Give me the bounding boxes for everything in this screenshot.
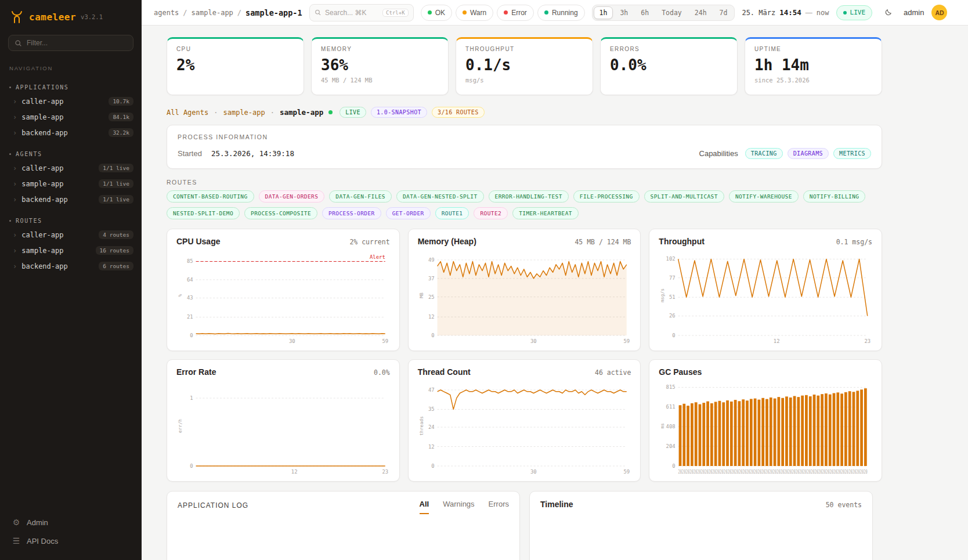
- avatar[interactable]: AD: [931, 5, 947, 20]
- route-badge-get-order[interactable]: GET-ORDER: [386, 207, 431, 219]
- svg-text:30: 30: [530, 469, 537, 475]
- time-range-3h[interactable]: 3h: [614, 6, 634, 19]
- sidebar-item-applications-sample-app[interactable]: ›sample-app84.1k: [0, 109, 142, 125]
- status-filter-warn[interactable]: Warn: [456, 5, 493, 21]
- log-tab-errors[interactable]: Errors: [489, 500, 509, 514]
- threads-chart: 012243547threads3059: [418, 379, 631, 476]
- sidebar-item-label: backend-app: [21, 262, 67, 270]
- kpi-label: MEMORY: [321, 46, 439, 52]
- datetime-range[interactable]: 25. März 14:54 — now: [742, 8, 829, 17]
- sidebar-item-routes-backend-app[interactable]: ›backend-app6 routes: [0, 258, 142, 274]
- svg-text:12: 12: [428, 314, 435, 320]
- route-badge-nested-split-demo[interactable]: NESTED-SPLIT-DEMO: [167, 207, 240, 219]
- agent-badge-1-0-snapshot: 1.0-SNAPSHOT: [371, 107, 427, 118]
- kpi-card-cpu: CPU2%: [167, 37, 304, 95]
- sidebar-item-badge: 32.2k: [109, 128, 133, 137]
- route-badge-notify-warehouse[interactable]: NOTIFY-WAREHOUSE: [729, 190, 799, 203]
- kpi-label: ERRORS: [610, 46, 728, 52]
- agent-crumb-all-agents[interactable]: All Agents: [167, 109, 208, 117]
- time-range-7d[interactable]: 7d: [714, 6, 734, 19]
- filter-input[interactable]: [27, 39, 127, 47]
- status-filter-group: OKWarnErrorRunning: [421, 5, 585, 21]
- status-filter-running[interactable]: Running: [537, 5, 585, 21]
- topbar-right-group: LIVE admin AD: [836, 5, 948, 21]
- sidebar-item-applications-caller-app[interactable]: ›caller-app10.7k: [0, 93, 142, 109]
- sidebar-footer-api-docs[interactable]: ☰API Docs: [9, 532, 132, 550]
- route-badge-notify-billing[interactable]: NOTIFY-BILLING: [803, 190, 866, 203]
- agent-crumb-sample-app[interactable]: sample-app: [223, 109, 265, 117]
- navigation-label: NAVIGATION: [0, 56, 142, 74]
- route-badge-error-handling-test[interactable]: ERROR-HANDLING-TEST: [489, 190, 569, 203]
- sidebar-section-header-agents[interactable]: AGENTS: [0, 146, 142, 160]
- chart-card-cpu: CPU Usage2% current021436485%3059Alert: [167, 229, 400, 351]
- status-filter-ok[interactable]: OK: [421, 5, 452, 21]
- chart-plot-error-rate: 01err/h1223: [176, 379, 390, 476]
- route-badge-data-gen-nested-split[interactable]: DATA-GEN-NESTED-SPLIT: [396, 190, 484, 203]
- route-badge-data-gen-orders[interactable]: DATA-GEN-ORDERS: [259, 190, 325, 203]
- log-tab-warnings[interactable]: Warnings: [443, 500, 474, 514]
- route-badge-split-and-multicast[interactable]: SPLIT-AND-MULTICAST: [644, 190, 724, 203]
- time-range-today[interactable]: Today: [656, 6, 688, 19]
- sidebar-item-applications-backend-app[interactable]: ›backend-app32.2k: [0, 125, 142, 140]
- dark-mode-toggle[interactable]: [880, 5, 896, 21]
- search-icon: [315, 9, 321, 16]
- user-menu[interactable]: admin: [904, 8, 924, 17]
- range-separator: —: [806, 9, 812, 17]
- status-filter-error[interactable]: Error: [497, 5, 534, 21]
- sidebar-item-routes-sample-app[interactable]: ›sample-app16 routes: [0, 243, 142, 258]
- breadcrumb-item-agents[interactable]: agents: [154, 9, 179, 17]
- chart-current-value: 46 active: [595, 368, 631, 377]
- svg-text:30: 30: [289, 338, 295, 344]
- kpi-card-uptime: UPTIME1h 14msince 25.3.2026: [745, 37, 882, 95]
- sidebar-item-label: sample-app: [21, 247, 63, 255]
- route-badge-content-based-routing[interactable]: CONTENT-BASED-ROUTING: [167, 190, 254, 203]
- route-badge-route2[interactable]: ROUTE2: [474, 207, 508, 219]
- live-indicator[interactable]: LIVE: [836, 5, 873, 20]
- svg-text:77: 77: [669, 275, 676, 281]
- live-dot-icon: [843, 11, 847, 15]
- started-label: Started: [178, 149, 202, 158]
- routes-title: ROUTES: [167, 179, 882, 186]
- sidebar-item-agents-sample-app[interactable]: ›sample-app1/1 live: [0, 176, 142, 192]
- route-badge-process-composite[interactable]: PROCESS-COMPOSITE: [244, 207, 317, 219]
- search-input[interactable]: [325, 9, 378, 17]
- process-info-title: PROCESS INFORMATION: [178, 133, 871, 140]
- chart-card-threads: Thread Count46 active012243547threads305…: [408, 359, 641, 482]
- app-logo[interactable]: cameleer v3.2.1: [0, 0, 142, 31]
- sidebar-item-agents-backend-app[interactable]: ›backend-app1/1 live: [0, 192, 142, 207]
- route-badge-timer-heartbeat[interactable]: TIMER-HEARTBEAT: [512, 207, 579, 219]
- svg-text:0: 0: [673, 333, 676, 338]
- time-range-1h[interactable]: 1h: [594, 6, 613, 19]
- breadcrumb-item-sample-app[interactable]: sample-app: [192, 9, 233, 17]
- chart-title: CPU Usage: [176, 237, 220, 246]
- sidebar-item-routes-caller-app[interactable]: ›caller-app4 routes: [0, 227, 142, 243]
- application-log-panel: APPLICATION LOG AllWarningsErrors: [167, 491, 520, 560]
- sidebar-section-header-routes[interactable]: ROUTES: [0, 213, 142, 227]
- chart-current-value: 0.0%: [374, 368, 390, 377]
- svg-text:202020202020202020202020202020: 2020202020202020202020202020202020202020…: [678, 469, 868, 475]
- kpi-value: 36%: [321, 56, 439, 74]
- time-range-6h[interactable]: 6h: [635, 6, 655, 19]
- svg-text:43: 43: [187, 295, 193, 301]
- route-badge-route1[interactable]: ROUTE1: [435, 207, 469, 219]
- time-range-24h[interactable]: 24h: [689, 6, 713, 19]
- sidebar-item-agents-caller-app[interactable]: ›caller-app1/1 live: [0, 160, 142, 176]
- route-badge-process-order[interactable]: PROCESS-ORDER: [322, 207, 381, 219]
- chevron-right-icon: ›: [13, 196, 17, 203]
- svg-text:37: 37: [428, 276, 435, 281]
- svg-text:ms: ms: [660, 423, 665, 429]
- breadcrumb: agents / sample-app / sample-app-1: [154, 8, 302, 17]
- sidebar-section-header-applications[interactable]: APPLICATIONS: [0, 80, 142, 93]
- sidebar: cameleer v3.2.1 NAVIGATION APPLICATIONS›…: [0, 0, 142, 560]
- sidebar-footer-admin[interactable]: ⚙Admin: [9, 514, 132, 531]
- sidebar-item-badge: 4 routes: [99, 230, 133, 239]
- route-badge-file-processing[interactable]: FILE-PROCESSING: [573, 190, 640, 203]
- agent-context-bar: All Agents·sample-app·sample-app LIVE1.0…: [167, 107, 882, 118]
- application-log-header: APPLICATION LOG AllWarningsErrors: [178, 500, 509, 514]
- log-tab-all[interactable]: All: [420, 500, 429, 514]
- chart-card-throughput: Throughput0.1 msg/s0265177102msg/s1223: [649, 229, 882, 351]
- route-badge-data-gen-files[interactable]: DATA-GEN-FILES: [329, 190, 392, 203]
- kpi-label: UPTIME: [754, 46, 872, 52]
- global-search[interactable]: Ctrl+K: [309, 4, 414, 21]
- sidebar-item-badge: 1/1 live: [99, 195, 133, 204]
